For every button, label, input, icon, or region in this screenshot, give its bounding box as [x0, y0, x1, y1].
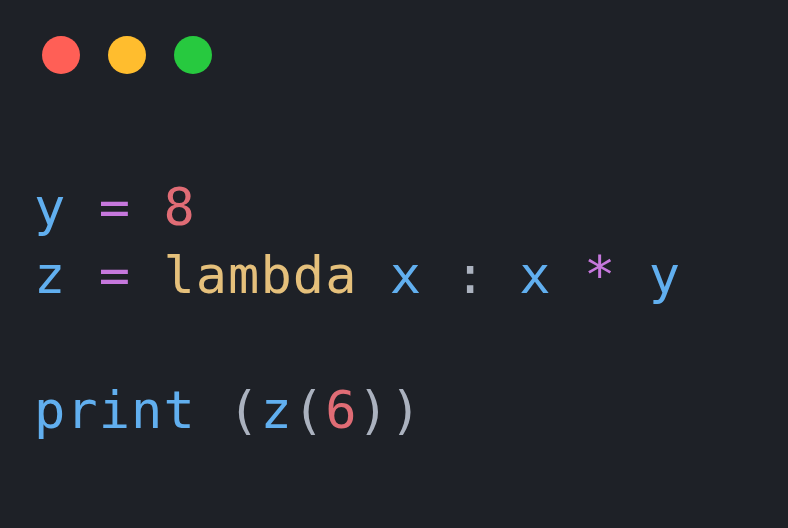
- keyword-lambda: lambda: [163, 245, 357, 305]
- operator-assign: =: [66, 177, 163, 237]
- operator-assign: =: [66, 245, 163, 305]
- code-line-4: print (z(6)): [34, 377, 788, 445]
- blank-line: [34, 309, 788, 377]
- variable-x: x: [390, 245, 422, 305]
- variable-x: x: [519, 245, 551, 305]
- space: [358, 245, 390, 305]
- paren-close: ): [358, 380, 390, 440]
- maximize-icon[interactable]: [174, 36, 212, 74]
- code-editor: y = 8 z = lambda x : x * y print (z(6)): [0, 74, 788, 445]
- minimize-icon[interactable]: [108, 36, 146, 74]
- code-line-1: y = 8: [34, 174, 788, 242]
- variable-y: y: [34, 177, 66, 237]
- function-print: print: [34, 380, 196, 440]
- function-z: z: [260, 380, 292, 440]
- variable-y: y: [649, 245, 681, 305]
- variable-z: z: [34, 245, 66, 305]
- close-icon[interactable]: [42, 36, 80, 74]
- code-line-2: z = lambda x : x * y: [34, 242, 788, 310]
- space: [196, 380, 228, 440]
- paren-open: (: [293, 380, 325, 440]
- operator-multiply: *: [552, 245, 649, 305]
- paren-close: ): [390, 380, 422, 440]
- colon: :: [422, 245, 519, 305]
- paren-open: (: [228, 380, 260, 440]
- number-literal: 6: [325, 380, 357, 440]
- number-literal: 8: [163, 177, 195, 237]
- window-controls: [0, 0, 788, 74]
